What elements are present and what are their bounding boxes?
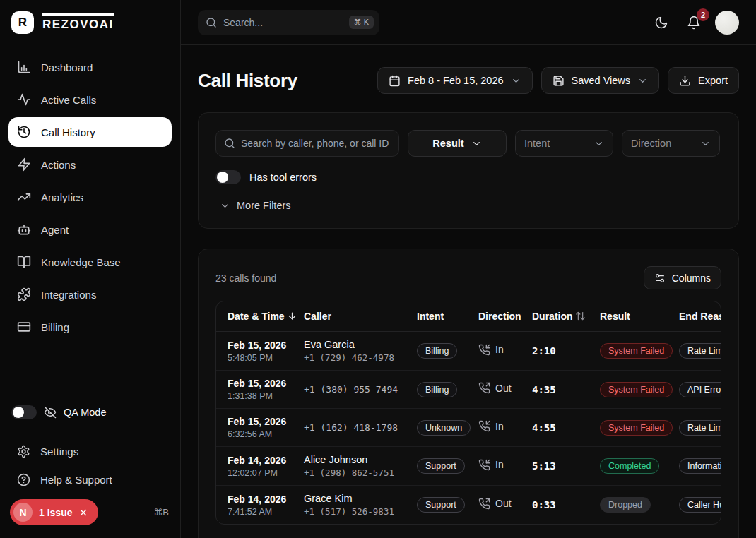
intent-cell: Support	[411, 486, 473, 525]
end-reason-badge: API Error	[679, 382, 721, 397]
col-header-intent[interactable]: Intent	[411, 301, 473, 332]
result-filter-dropdown[interactable]: Result	[408, 130, 507, 157]
sidebar-item-billing[interactable]: Billing	[8, 312, 172, 342]
sidebar-item-settings[interactable]: Settings	[8, 437, 172, 465]
col-header-end-reason[interactable]: End Reason	[673, 301, 721, 332]
issue-badge[interactable]: N 1 Issue	[10, 499, 98, 525]
caller-phone: +1 (298) 862-5751	[304, 467, 406, 478]
col-header-caller[interactable]: Caller	[298, 301, 411, 332]
sidebar-item-active-calls[interactable]: Active Calls	[8, 85, 172, 114]
col-header-result[interactable]: Result	[594, 301, 673, 332]
phone-outgoing-icon	[478, 498, 490, 510]
search-shortcut-kbd: ⌘ K	[349, 16, 374, 29]
sidebar-item-label: Active Calls	[41, 94, 96, 106]
global-search[interactable]: ⌘ K	[198, 10, 379, 35]
sidebar-item-help-support[interactable]: Help & Support	[8, 465, 172, 494]
table-header-row: Date & Time Caller Intent Direction Dura…	[216, 301, 721, 332]
chevron-down-icon	[471, 138, 482, 149]
call-date: Feb 14, 2026	[228, 455, 293, 466]
date-range-button[interactable]: Feb 8 - Feb 15, 2026	[377, 67, 532, 94]
result-cell: Dropped	[594, 486, 673, 525]
intent-filter-select[interactable]: Intent	[515, 130, 613, 157]
filters-card: Result Intent Direction Has tool errors	[198, 112, 739, 229]
call-row[interactable]: Feb 15, 20265:48:05 PMEva Garcia+1 (729)…	[216, 332, 721, 371]
intent-badge: Unknown	[417, 420, 471, 436]
call-row[interactable]: Feb 14, 20267:41:52 AMGrace Kim+1 (517) …	[216, 486, 721, 525]
page-content: Call History Feb 8 - Feb 15, 2026 Saved …	[181, 45, 756, 538]
eye-off-icon	[44, 406, 57, 419]
toggle-knob	[13, 407, 24, 418]
moon-icon	[654, 16, 668, 30]
issue-avatar: N	[13, 503, 33, 522]
sidebar-item-label: Actions	[41, 159, 76, 171]
result-badge: Completed	[600, 458, 659, 474]
has-tool-errors-row: Has tool errors	[215, 170, 721, 184]
call-row[interactable]: Feb 15, 20261:31:38 PM+1 (380) 955-7494B…	[216, 371, 721, 409]
theme-toggle-button[interactable]	[650, 11, 673, 34]
phone-incoming-icon	[478, 344, 490, 356]
col-header-duration[interactable]: Duration	[526, 301, 594, 332]
sidebar-footer: QA Mode Settings Help & Support N 1 Issu…	[0, 398, 180, 538]
end-reason-cell: Information	[673, 447, 721, 486]
trending-up-icon	[17, 190, 31, 204]
sidebar-divider	[10, 431, 170, 431]
caller-phone: +1 (517) 526-9831	[304, 506, 406, 517]
call-row[interactable]: Feb 15, 20266:32:56 AM+1 (162) 418-1798U…	[216, 409, 721, 447]
result-badge: System Failed	[600, 343, 673, 359]
calls-count: 23 calls found	[215, 273, 276, 284]
open-book-icon	[17, 255, 31, 269]
direction-filter-select[interactable]: Direction	[622, 130, 720, 157]
has-tool-errors-toggle[interactable]	[215, 170, 241, 184]
date-time-cell: Feb 14, 202612:02:07 PM	[216, 447, 298, 486]
brand-name: REZOVOAI	[42, 13, 114, 32]
history-clock-icon	[17, 125, 31, 139]
sidebar-item-agent[interactable]: Agent	[8, 215, 172, 244]
call-duration: 4:35	[532, 384, 556, 395]
result-badge: System Failed	[600, 382, 673, 397]
col-header-direction[interactable]: Direction	[473, 301, 526, 332]
end-reason-cell: Rate Limited	[673, 409, 721, 447]
intent-badge: Billing	[417, 343, 457, 359]
sidebar-item-actions[interactable]: Actions	[8, 150, 172, 179]
sidebar-item-analytics[interactable]: Analytics	[8, 182, 172, 212]
logo-mark-icon: R	[11, 11, 34, 34]
bar-chart-icon	[17, 60, 31, 74]
direction-label: In	[495, 344, 504, 355]
sidebar-item-call-history[interactable]: Call History	[8, 117, 172, 147]
end-reason-badge: Caller Hung Up	[679, 497, 721, 513]
calendar-icon	[389, 75, 401, 87]
call-date: Feb 15, 2026	[228, 416, 293, 427]
notification-count-badge: 2	[697, 8, 709, 21]
more-filters-button[interactable]: More Filters	[215, 200, 721, 211]
qa-mode-toggle[interactable]	[11, 405, 37, 419]
chevron-down-icon	[511, 76, 521, 86]
end-reason-cell: Rate Limited	[673, 332, 721, 371]
date-time-cell: Feb 14, 20267:41:52 AM	[216, 486, 298, 525]
export-button[interactable]: Export	[668, 67, 739, 94]
notifications-button[interactable]: 2	[683, 11, 705, 34]
calls-search[interactable]	[215, 130, 399, 157]
sidebar-item-knowledge-base[interactable]: Knowledge Base	[8, 247, 172, 277]
columns-button[interactable]: Columns	[644, 266, 721, 289]
result-cell: Completed	[594, 447, 673, 486]
calls-search-input[interactable]	[241, 138, 391, 149]
end-reason-cell: API Error	[673, 371, 721, 409]
call-row[interactable]: Feb 14, 202612:02:07 PMAlice Johnson+1 (…	[216, 447, 721, 486]
result-cell: System Failed	[594, 332, 673, 371]
saved-views-button[interactable]: Saved Views	[541, 67, 660, 94]
qa-mode-label: QA Mode	[64, 407, 106, 418]
sidebar-item-integrations[interactable]: Integrations	[8, 280, 172, 309]
col-header-date-time[interactable]: Date & Time	[216, 301, 298, 332]
call-duration: 5:13	[532, 460, 556, 472]
global-search-input[interactable]	[223, 17, 343, 28]
caller-cell: +1 (380) 955-7494	[298, 371, 411, 409]
result-filter-label: Result	[432, 138, 463, 149]
close-icon[interactable]	[78, 508, 88, 518]
end-reason-cell: Caller Hung Up	[673, 486, 721, 525]
app-root: R REZOVOAI Dashboard Active Calls Call H…	[0, 0, 756, 538]
caller-name: Alice Johnson	[304, 454, 406, 465]
sidebar-item-dashboard[interactable]: Dashboard	[8, 52, 172, 82]
caller-cell: Eva Garcia+1 (729) 462-4978	[298, 332, 411, 371]
user-avatar[interactable]	[715, 11, 739, 35]
search-icon	[206, 17, 217, 28]
